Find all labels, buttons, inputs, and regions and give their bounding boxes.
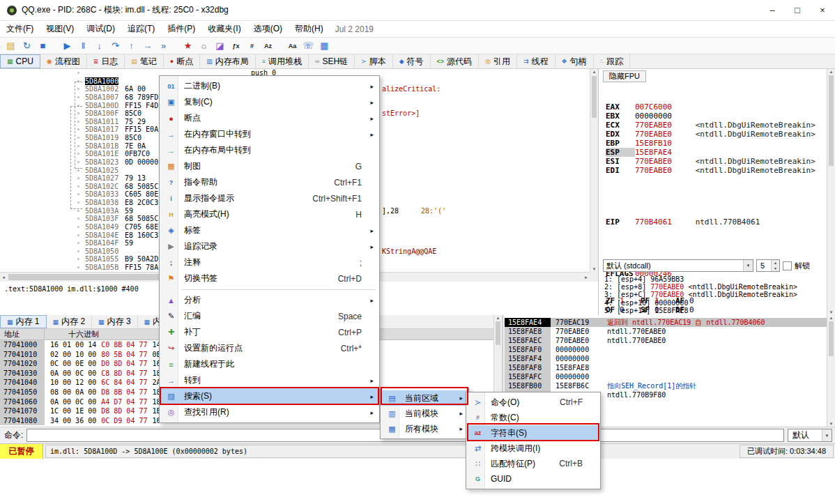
submenu-item[interactable]: ▥ 当前模块 (381, 406, 468, 421)
menubar-item[interactable]: 文件(F) (0, 21, 40, 37)
step-out-icon[interactable]: ↑ (123, 39, 139, 53)
tab-cpu[interactable]: ▦ CPU (0, 54, 40, 68)
maximize-button[interactable]: □ (785, 0, 810, 21)
submenu-item[interactable]: ∷ 匹配特征(P) Ctrl+B (467, 456, 599, 471)
tab-trace[interactable]: ∴ 跟踪 (594, 54, 631, 68)
step-over-icon[interactable]: ↷ (107, 39, 123, 53)
tab-log[interactable]: ≣ 日志 (87, 54, 125, 68)
favourites-icon[interactable]: ★ (180, 39, 196, 53)
submenu-item[interactable]: # 常数(C) (467, 410, 599, 425)
animate-icon[interactable]: » (155, 39, 171, 53)
menubar-item[interactable]: 追踪(T) (121, 21, 161, 37)
context-menu-item[interactable]: ▨ 搜索(S) (160, 388, 378, 404)
hide-fpu-button[interactable]: 隐藏FPU (603, 70, 646, 82)
context-menu-item[interactable]: ▣ 复制(C) (160, 94, 378, 110)
context-menu-item[interactable]: ? 指令帮助 Ctrl+F1 (160, 174, 378, 190)
register-row-eip[interactable]: EIP770B4061 ntdll.770B4061 (606, 217, 815, 227)
scrollbar-thumb[interactable] (496, 321, 500, 345)
tab-threads[interactable]: ⇉ 线程 (517, 54, 556, 68)
case-az-icon[interactable]: Az (260, 39, 276, 53)
stop-icon[interactable]: ■ (35, 39, 51, 53)
context-menu-item[interactable]: → 在内存窗口中转到 (160, 126, 378, 142)
scrollbar-thumb[interactable] (829, 321, 834, 356)
context-menu-item[interactable]: ▦ 制图 G (160, 158, 378, 174)
stack-row[interactable]: 15E8FB00 15E8FB6C 指向SEH_Record[1]的指针 (505, 381, 827, 390)
menubar-item[interactable]: 帮助(H) (289, 21, 330, 37)
stack-row[interactable]: 15E8FAE4 770EAC19 返回到 ntdll.770EAC19 自 n… (505, 318, 827, 327)
spin-down-icon[interactable] (772, 266, 779, 271)
context-menu-item[interactable]: i 显示指令提示 Ctrl+Shift+F1 (160, 190, 378, 206)
register-row[interactable]: EDI770EABE0 <ntdll.DbgUiRemoteBreakin> (606, 166, 815, 175)
scrollbar-thumb[interactable] (592, 76, 597, 118)
register-row[interactable]: ESI770EABE0 <ntdll.DbgUiRemoteBreakin> (606, 157, 815, 166)
tab-notes[interactable]: ▤ 笔记 (125, 54, 164, 68)
run-to-user-code-icon[interactable]: → (139, 39, 155, 53)
argument-row[interactable]: 3: [esp+C]770EABE0<ntdll.DbgUiRemoteBrea… (604, 291, 797, 298)
menubar-item[interactable]: 视图(V) (40, 21, 80, 37)
submenu-item[interactable]: ⇄ 跨模块调用(I) (467, 441, 599, 456)
disasm-vertical-scrollbar[interactable] (590, 69, 598, 272)
register-row[interactable]: EAX007C6000 (606, 102, 815, 112)
appearance-icon[interactable]: ◪ (212, 39, 228, 53)
submenu-item[interactable]: ▦ 所有模块 (381, 421, 468, 436)
tab-dump-2[interactable]: ▦ 内存 2 (47, 315, 93, 328)
context-menu-item[interactable]: ✎ 汇编 Space (160, 308, 378, 324)
argument-row[interactable]: 1: [esp+4]96A59BB3 (604, 275, 797, 283)
chevron-down-icon[interactable] (743, 260, 753, 271)
scrollbar-thumb[interactable] (829, 75, 834, 166)
registers-vertical-scrollbar[interactable] (827, 69, 835, 315)
tab-dump-3[interactable]: ▦ 内存 3 (92, 315, 138, 328)
spin-up-icon[interactable] (772, 260, 779, 266)
context-menu-item[interactable]: ● 断点 (160, 110, 378, 126)
tab-seh[interactable]: ∞ SEH链 (309, 54, 355, 68)
stack-row[interactable]: 15E8FAF0 00000000 (505, 345, 827, 354)
stack-row[interactable]: 15E8FAF8 15E8FAE8 (505, 363, 827, 372)
context-menu-item[interactable]: ↪ 设置新的运行点 Ctrl+* (160, 340, 378, 356)
run-icon[interactable]: ▶ (59, 39, 75, 53)
phone-icon[interactable]: ☏ (300, 39, 316, 53)
context-menu-item[interactable]: ⚑ 切换书签 Ctrl+D (160, 270, 378, 287)
submenu-item[interactable]: ▤ 当前区域 (381, 390, 468, 406)
submenu-item[interactable]: G GUID (467, 471, 599, 487)
context-menu-item[interactable]: ◎ 查找引用(R) (160, 404, 378, 420)
argument-row[interactable]: 5: [esp+14]15E8FAE8 (604, 307, 797, 314)
register-row[interactable]: ECX770EABE0 <ntdll.DbgUiRemoteBreakin> (606, 121, 815, 130)
stack-row[interactable]: 15E8FAE8 770EABE0 ntdll.770EABE0 (505, 327, 827, 336)
register-row[interactable]: EBP15E8FB10 (606, 139, 815, 148)
command-profile-select[interactable]: 默认 (788, 429, 832, 442)
context-menu-item[interactable]: ▲ 分析 (160, 292, 378, 308)
stack-vertical-scrollbar[interactable] (827, 315, 835, 427)
context-menu-item[interactable]: ; 注释 ; (160, 254, 378, 270)
pause-icon[interactable]: ‖ (75, 39, 91, 53)
register-row[interactable]: ESP15E8FAE4 (606, 148, 815, 157)
context-menu-item[interactable] (160, 287, 378, 292)
stack-row[interactable]: 15E8FAF4 00000000 (505, 354, 827, 363)
submenu-item[interactable]: ≻ 命令(O) Ctrl+F (467, 395, 599, 410)
restart-icon[interactable]: ↻ (19, 39, 35, 53)
stack-row[interactable]: 15E8FAEC 770EABE0 ntdll.770EABE0 (505, 336, 827, 345)
close-button[interactable]: × (810, 0, 835, 21)
menubar-item[interactable]: 选项(O) (247, 21, 289, 37)
context-menu-item[interactable]: ≡ 新建线程于此 (160, 356, 378, 372)
tab-call-stack[interactable]: ≡ 调用堆栈 (256, 54, 309, 68)
menubar-item[interactable]: 收藏夹(I) (201, 21, 247, 37)
argument-row[interactable]: 4: [esp+10]00000000 (604, 299, 797, 307)
assembler-icon[interactable]: Aa (284, 39, 300, 53)
dump-address-header[interactable]: 地址 (0, 329, 45, 339)
register-row[interactable]: EBX00000000 (606, 112, 815, 121)
open-file-icon[interactable]: ▤ (3, 39, 19, 53)
tab-symbols[interactable]: ◆ 符号 (393, 54, 431, 68)
chevron-down-icon[interactable] (822, 429, 832, 441)
debug-chip-icon[interactable]: ▦ (316, 39, 332, 53)
tab-script[interactable]: ≻ 脚本 (355, 54, 393, 68)
menubar-item[interactable]: 插件(P) (161, 21, 201, 37)
tab-source[interactable]: <> 源代码 (431, 54, 480, 68)
tab-breakpoints[interactable]: ● 断点 (164, 54, 200, 68)
minimize-button[interactable]: – (760, 0, 785, 21)
step-into-icon[interactable]: ↓ (91, 39, 107, 53)
unlock-checkbox[interactable] (783, 261, 792, 270)
context-menu-item[interactable]: ✚ 补丁 Ctrl+P (160, 324, 378, 340)
tab-graph[interactable]: ◉ 流程图 (40, 54, 87, 68)
tab-handles[interactable]: ❖ 句柄 (556, 54, 594, 68)
context-menu-item[interactable]: H 高亮模式(H) H (160, 206, 378, 222)
